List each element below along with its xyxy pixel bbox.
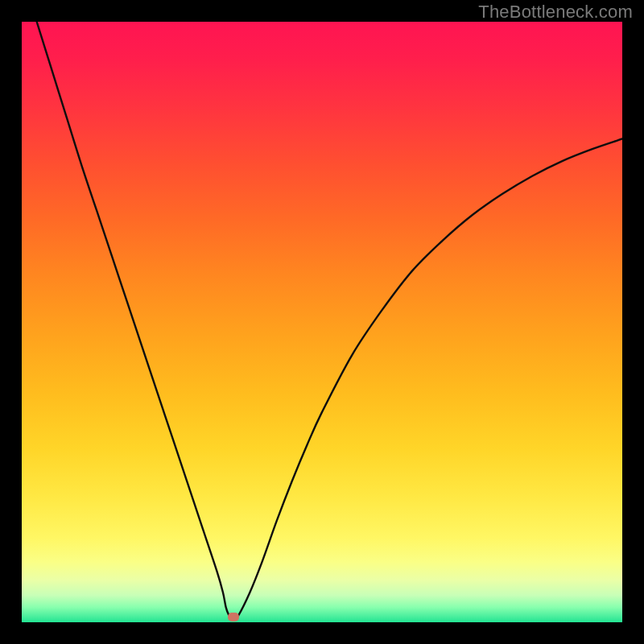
watermark-text: TheBottleneck.com xyxy=(478,2,633,23)
bottleneck-curve-svg xyxy=(22,22,622,622)
optimal-point-marker xyxy=(228,613,239,621)
chart-plot-area xyxy=(22,22,622,622)
bottleneck-curve-path xyxy=(37,22,622,618)
